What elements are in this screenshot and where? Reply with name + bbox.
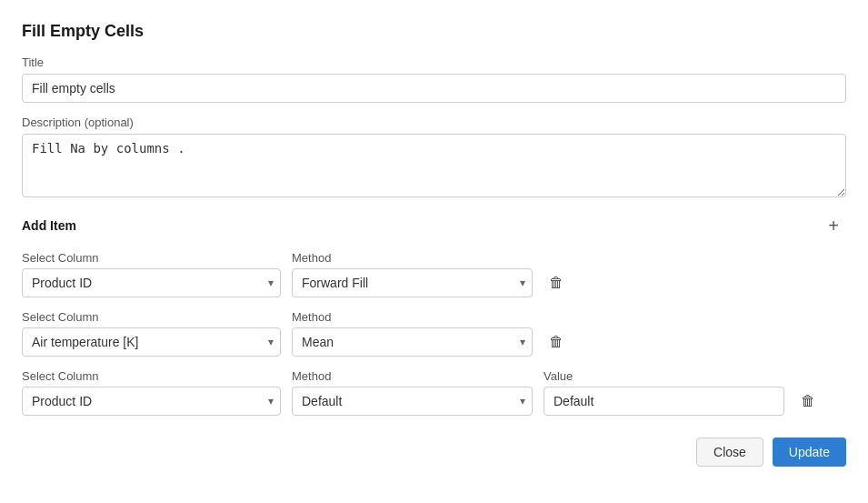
- description-textarea[interactable]: [22, 134, 846, 197]
- description-group: Description (optional): [22, 116, 846, 200]
- item1-delete-button[interactable]: 🗑: [544, 270, 569, 296]
- item3-delete-button[interactable]: 🗑: [795, 388, 821, 414]
- update-button[interactable]: Update: [773, 438, 846, 467]
- item1-method-select[interactable]: Forward Fill Backward Fill Mean Median D…: [292, 268, 533, 297]
- add-item-title: Add Item: [22, 218, 76, 233]
- item1-trash-icon: 🗑: [549, 275, 564, 291]
- item3-value-field: Value: [544, 369, 784, 416]
- item1-column-select-wrapper: Product ID Air temperature [K] ▾: [22, 268, 281, 297]
- item3-value-input[interactable]: [544, 387, 784, 416]
- item1-method-label: Method: [292, 251, 533, 265]
- item1-method-select-wrapper: Forward Fill Backward Fill Mean Median D…: [292, 268, 533, 297]
- item2-column-select-wrapper: Product ID Air temperature [K] ▾: [22, 327, 281, 357]
- item2-method-field: Method Forward Fill Backward Fill Mean M…: [292, 310, 533, 357]
- item2-method-select-wrapper: Forward Fill Backward Fill Mean Median D…: [292, 327, 533, 357]
- add-item-button[interactable]: +: [821, 213, 846, 238]
- item3-column-label: Select Column: [22, 369, 281, 383]
- item2-delete-button[interactable]: 🗑: [544, 329, 569, 355]
- item1-column-field: Select Column Product ID Air temperature…: [22, 251, 281, 297]
- item2-column-label: Select Column: [22, 310, 281, 324]
- item3-column-field: Select Column Product ID Air temperature…: [22, 369, 281, 416]
- title-label: Title: [22, 55, 846, 69]
- item3-column-select-wrapper: Product ID Air temperature [K] ▾: [22, 387, 281, 416]
- item1-column-select[interactable]: Product ID Air temperature [K]: [22, 268, 281, 297]
- item3-column-select[interactable]: Product ID Air temperature [K]: [22, 387, 281, 416]
- item2-column-field: Select Column Product ID Air temperature…: [22, 310, 281, 357]
- page-title: Fill Empty Cells: [22, 22, 846, 41]
- add-item-header: Add Item +: [22, 213, 846, 238]
- item2-trash-icon: 🗑: [549, 334, 564, 350]
- item3-value-label: Value: [544, 369, 784, 383]
- item-row-3: Select Column Product ID Air temperature…: [22, 369, 846, 416]
- item3-method-select-wrapper: Forward Fill Backward Fill Mean Median D…: [292, 387, 533, 416]
- title-input[interactable]: [22, 74, 846, 103]
- item3-trash-icon: 🗑: [801, 393, 815, 409]
- item2-column-select[interactable]: Product ID Air temperature [K]: [22, 327, 281, 357]
- item3-method-label: Method: [292, 369, 533, 383]
- description-label: Description (optional): [22, 116, 846, 129]
- item1-method-field: Method Forward Fill Backward Fill Mean M…: [292, 251, 533, 297]
- title-group: Title: [22, 55, 846, 103]
- item3-method-select[interactable]: Forward Fill Backward Fill Mean Median D…: [292, 387, 533, 416]
- item2-method-label: Method: [292, 310, 533, 324]
- item-row-1: Select Column Product ID Air temperature…: [22, 251, 846, 297]
- close-button[interactable]: Close: [696, 438, 763, 467]
- footer-buttons: Close Update: [22, 438, 846, 467]
- item2-method-select[interactable]: Forward Fill Backward Fill Mean Median D…: [292, 327, 533, 357]
- item3-method-field: Method Forward Fill Backward Fill Mean M…: [292, 369, 533, 416]
- item1-column-label: Select Column: [22, 251, 281, 265]
- item-row-2: Select Column Product ID Air temperature…: [22, 310, 846, 357]
